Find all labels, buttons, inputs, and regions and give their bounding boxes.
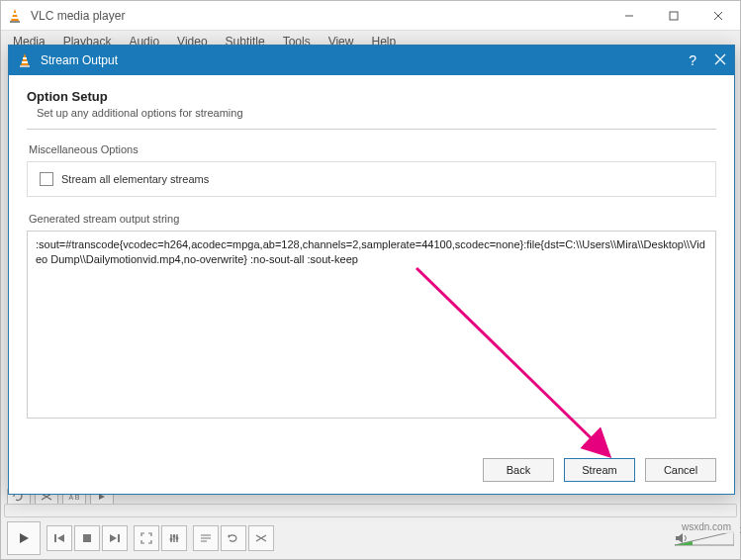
main-titlebar: VLC media player bbox=[1, 1, 740, 31]
dialog-close-button[interactable] bbox=[714, 52, 726, 68]
dialog-help-button[interactable]: ? bbox=[689, 52, 696, 68]
svg-rect-10 bbox=[54, 534, 56, 542]
loop-icon bbox=[228, 532, 239, 544]
svg-marker-9 bbox=[20, 533, 29, 543]
stream-all-checkbox[interactable] bbox=[40, 172, 53, 186]
vlc-cone-icon bbox=[7, 8, 23, 24]
skip-forward-icon bbox=[109, 532, 121, 544]
close-icon bbox=[714, 53, 726, 65]
stream-all-label: Stream all elementary streams bbox=[61, 173, 209, 185]
misc-options-label: Miscellaneous Options bbox=[27, 143, 716, 155]
window-controls bbox=[606, 1, 740, 30]
svg-rect-2 bbox=[13, 13, 17, 15]
svg-rect-24 bbox=[23, 57, 27, 59]
minimize-icon bbox=[624, 11, 634, 21]
maximize-icon bbox=[669, 11, 679, 21]
shuffle-toggle[interactable] bbox=[248, 525, 274, 551]
svg-rect-23 bbox=[20, 65, 30, 67]
svg-marker-20 bbox=[675, 531, 734, 545]
svg-rect-12 bbox=[83, 534, 91, 542]
svg-point-15 bbox=[170, 538, 173, 541]
playlist-icon bbox=[200, 532, 212, 544]
stop-button[interactable] bbox=[74, 525, 100, 551]
section-subheader: Set up any additional options for stream… bbox=[27, 107, 716, 119]
svg-rect-25 bbox=[22, 61, 28, 63]
svg-rect-3 bbox=[12, 17, 18, 19]
output-string-textarea[interactable]: :sout=#transcode{vcodec=h264,acodec=mpga… bbox=[27, 231, 716, 419]
dialog-body: Option Setup Set up any additional optio… bbox=[9, 75, 734, 428]
close-button[interactable] bbox=[695, 1, 740, 30]
shuffle-icon bbox=[255, 532, 267, 544]
minimize-button[interactable] bbox=[606, 1, 651, 30]
loop-toggle[interactable] bbox=[221, 525, 246, 551]
play-button[interactable] bbox=[7, 521, 41, 555]
maximize-button[interactable] bbox=[651, 1, 695, 30]
seek-slider[interactable] bbox=[4, 504, 737, 517]
playlist-button[interactable] bbox=[193, 525, 219, 551]
equalizer-icon bbox=[168, 532, 180, 544]
svg-rect-1 bbox=[10, 21, 20, 23]
svg-rect-5 bbox=[670, 12, 678, 20]
skip-back-icon bbox=[53, 532, 65, 544]
svg-marker-11 bbox=[57, 534, 64, 542]
dialog-title-text: Stream Output bbox=[41, 53, 118, 67]
stream-output-dialog: Stream Output ? Option Setup Set up any … bbox=[8, 45, 735, 495]
player-controls: 30% bbox=[1, 517, 740, 559]
fullscreen-button[interactable] bbox=[134, 525, 159, 551]
stream-all-checkbox-row[interactable]: Stream all elementary streams bbox=[40, 172, 703, 186]
ext-settings-button[interactable] bbox=[161, 525, 187, 551]
play-icon bbox=[17, 531, 31, 545]
svg-point-17 bbox=[176, 537, 179, 540]
watermark: wsxdn.com bbox=[679, 520, 734, 533]
cancel-button[interactable]: Cancel bbox=[645, 458, 716, 482]
close-icon bbox=[713, 11, 723, 21]
vlc-main-window: VLC media player Media Playback Audio Vi… bbox=[0, 0, 741, 560]
dialog-titlebar: Stream Output ? bbox=[9, 46, 734, 75]
main-title: VLC media player bbox=[31, 9, 125, 23]
fullscreen-icon bbox=[140, 532, 152, 544]
prev-button[interactable] bbox=[46, 525, 72, 551]
misc-options-group: Stream all elementary streams bbox=[27, 161, 716, 197]
svg-marker-18 bbox=[228, 534, 230, 538]
divider bbox=[27, 129, 716, 130]
vlc-cone-icon bbox=[17, 52, 33, 68]
svg-point-16 bbox=[173, 535, 176, 538]
svg-rect-14 bbox=[118, 534, 120, 542]
svg-marker-13 bbox=[110, 534, 117, 542]
generated-output-label: Generated stream output string bbox=[27, 213, 716, 225]
section-header: Option Setup bbox=[27, 89, 716, 104]
next-button[interactable] bbox=[102, 525, 128, 551]
dialog-footer: Back Stream Cancel bbox=[483, 458, 716, 482]
stop-icon bbox=[81, 532, 93, 544]
stream-button[interactable]: Stream bbox=[564, 458, 635, 482]
back-button[interactable]: Back bbox=[483, 458, 554, 482]
